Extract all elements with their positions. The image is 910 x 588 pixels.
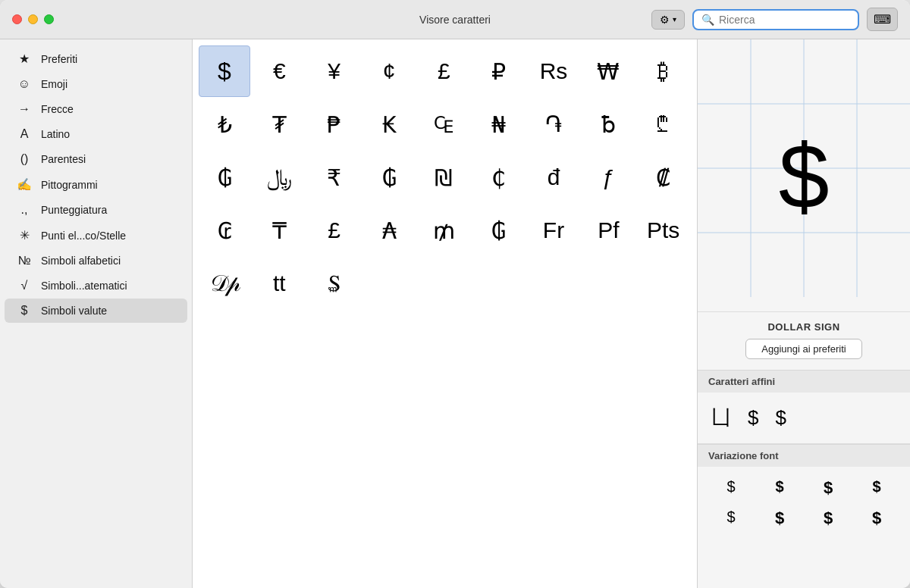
font-variants-grid: $$$$$$$$ xyxy=(698,467,910,540)
char-cell[interactable]: ₢ xyxy=(199,205,250,256)
sidebar-item-punteggiatura[interactable]: .,Punteggiatura xyxy=(5,198,187,222)
sidebar-label-simboli-mat: Simboli...atematici xyxy=(41,280,127,292)
char-cell[interactable]: ₾ xyxy=(638,99,689,150)
char-cell[interactable]: ₷ xyxy=(309,258,360,309)
add-to-favorites-container: Aggiungi ai preferiti xyxy=(698,339,910,370)
sidebar-item-emoji[interactable]: ☺Emoji xyxy=(5,72,187,96)
char-cell[interactable]: ₲ xyxy=(363,152,415,203)
char-cell[interactable]: ₸ xyxy=(253,205,305,256)
preview-character: $ xyxy=(779,124,830,228)
font-variant-item[interactable]: $ xyxy=(708,505,754,532)
char-cell[interactable]: £ xyxy=(418,45,469,97)
preview-char-area: $ xyxy=(698,39,910,312)
chevron-down-icon: ▾ xyxy=(673,15,676,23)
font-variant-item[interactable]: $ xyxy=(757,474,802,502)
sidebar-item-simboli-val[interactable]: $Simboli valute xyxy=(5,299,187,323)
char-cell[interactable]: ₥ xyxy=(418,205,469,256)
char-cell[interactable]: ₲ xyxy=(473,205,525,256)
char-cell[interactable]: ₪ xyxy=(418,152,469,203)
char-cell[interactable]: ﷼ xyxy=(253,152,305,203)
sidebar-label-latino: Latino xyxy=(41,128,70,140)
sidebar-icon-frecce: → xyxy=(17,102,32,116)
char-cell[interactable]: ¥ xyxy=(309,45,360,97)
font-variant-item[interactable]: $ xyxy=(805,505,851,532)
char-cell[interactable]: Rs xyxy=(528,45,579,97)
char-cell[interactable]: ֏ xyxy=(528,99,579,150)
window-title: Visore caratteri xyxy=(419,14,491,26)
related-char-item[interactable]: $ xyxy=(745,403,761,433)
sidebar-label-parentesi: Parentesi xyxy=(41,153,86,165)
char-cell[interactable]: Fr xyxy=(528,205,579,256)
font-variation-header: Variazione font xyxy=(698,444,910,467)
related-chars-header: Caratteri affini xyxy=(698,370,910,393)
char-cell[interactable]: ₡ xyxy=(638,152,689,203)
sidebar-icon-emoji: ☺ xyxy=(17,77,32,91)
sidebar-item-pittogrammi[interactable]: ✍Pittogrammi xyxy=(5,172,187,197)
preview-panel: $ DOLLAR SIGN Aggiungi ai preferiti Cara… xyxy=(698,39,910,588)
sidebar-icon-simboli-val: $ xyxy=(17,304,32,317)
sidebar-icon-simboli-mat: √ xyxy=(17,279,32,292)
char-cell[interactable]: ₭ xyxy=(363,99,415,150)
keyboard-icon: ⌨ xyxy=(874,12,891,27)
char-cell[interactable]: ₦ xyxy=(473,99,525,150)
char-cell[interactable]: đ xyxy=(528,152,579,203)
char-cell[interactable]: ƒ xyxy=(582,152,634,203)
char-cell[interactable]: ₵ xyxy=(473,152,525,203)
sidebar-item-parentesi[interactable]: ()Parentesi xyxy=(5,147,187,171)
gear-menu-button[interactable]: ⚙ ▾ xyxy=(651,10,685,30)
character-grid-inner: $€¥¢£₽Rs₩₿₺₮₱₭₠₦֏ƀ₾₲﷼₹₲₪₵đƒ₡₢₸£₳₥₲FrPfPt… xyxy=(199,45,691,309)
search-input[interactable] xyxy=(719,14,850,26)
font-variant-item[interactable]: $ xyxy=(708,474,754,502)
sidebar-item-preferiti[interactable]: ★Preferiti xyxy=(5,46,187,71)
char-cell[interactable]: ₽ xyxy=(473,45,525,97)
char-cell[interactable]: tt xyxy=(253,258,305,309)
sidebar-label-simboli-alfa: Simboli alfabetici xyxy=(41,255,121,267)
char-cell[interactable]: ₿ xyxy=(638,45,689,97)
titlebar: Visore caratteri ⚙ ▾ 🔍 ⌨ xyxy=(0,0,910,39)
sidebar-label-punti: Punti el...co/Stelle xyxy=(41,230,126,242)
sidebar-item-simboli-mat[interactable]: √Simboli...atematici xyxy=(5,274,187,298)
sidebar-label-emoji: Emoji xyxy=(41,78,67,90)
character-grid: $€¥¢£₽Rs₩₿₺₮₱₭₠₦֏ƀ₾₲﷼₹₲₪₵đƒ₡₢₸£₳₥₲FrPfPt… xyxy=(193,39,698,588)
char-cell[interactable]: ₠ xyxy=(418,99,469,150)
char-cell[interactable]: ₲ xyxy=(199,152,250,203)
char-cell[interactable]: $ xyxy=(199,45,250,97)
sidebar-icon-punti: ✳ xyxy=(17,228,32,242)
sidebar-label-frecce: Frecce xyxy=(41,103,74,115)
char-cell[interactable]: ₺ xyxy=(199,99,250,150)
font-variant-item[interactable]: $ xyxy=(854,505,899,532)
char-cell[interactable]: ₱ xyxy=(309,99,360,150)
sidebar-item-punti[interactable]: ✳Punti el...co/Stelle xyxy=(5,223,187,248)
sidebar-icon-simboli-alfa: № xyxy=(17,254,32,267)
related-char-item[interactable]: ⼐ xyxy=(708,402,734,434)
related-char-item[interactable]: $ xyxy=(772,403,789,433)
keyboard-button[interactable]: ⌨ xyxy=(867,8,898,31)
char-cell[interactable]: Pts xyxy=(638,205,689,256)
font-variant-item[interactable]: $ xyxy=(854,474,899,502)
font-variant-item[interactable]: $ xyxy=(757,505,802,532)
preview-char-name: DOLLAR SIGN xyxy=(698,312,910,339)
sidebar: ★Preferiti☺Emoji→FrecceALatino()Parentes… xyxy=(0,39,193,588)
minimize-button[interactable] xyxy=(28,14,38,24)
char-cell[interactable]: ₩ xyxy=(582,45,634,97)
sidebar-label-preferiti: Preferiti xyxy=(41,53,77,65)
char-cell[interactable]: 𝒟𝓅 xyxy=(199,258,250,309)
char-cell[interactable]: ƀ xyxy=(582,99,634,150)
sidebar-item-frecce[interactable]: →Frecce xyxy=(5,97,187,121)
sidebar-item-simboli-alfa[interactable]: №Simboli alfabetici xyxy=(5,249,187,273)
close-button[interactable] xyxy=(12,14,22,24)
sidebar-icon-pittogrammi: ✍ xyxy=(17,177,32,192)
maximize-button[interactable] xyxy=(44,14,54,24)
font-variant-item[interactable]: $ xyxy=(805,474,851,502)
char-cell[interactable]: ₮ xyxy=(253,99,305,150)
char-cell[interactable]: ¢ xyxy=(363,45,415,97)
char-cell[interactable]: ₹ xyxy=(309,152,360,203)
char-cell[interactable]: € xyxy=(253,45,305,97)
char-cell[interactable]: Pf xyxy=(582,205,634,256)
gear-icon: ⚙ xyxy=(660,14,670,26)
sidebar-icon-parentesi: () xyxy=(17,152,32,166)
char-cell[interactable]: £ xyxy=(309,205,360,256)
add-to-favorites-button[interactable]: Aggiungi ai preferiti xyxy=(745,339,861,359)
sidebar-item-latino[interactable]: ALatino xyxy=(5,122,187,146)
char-cell[interactable]: ₳ xyxy=(363,205,415,256)
